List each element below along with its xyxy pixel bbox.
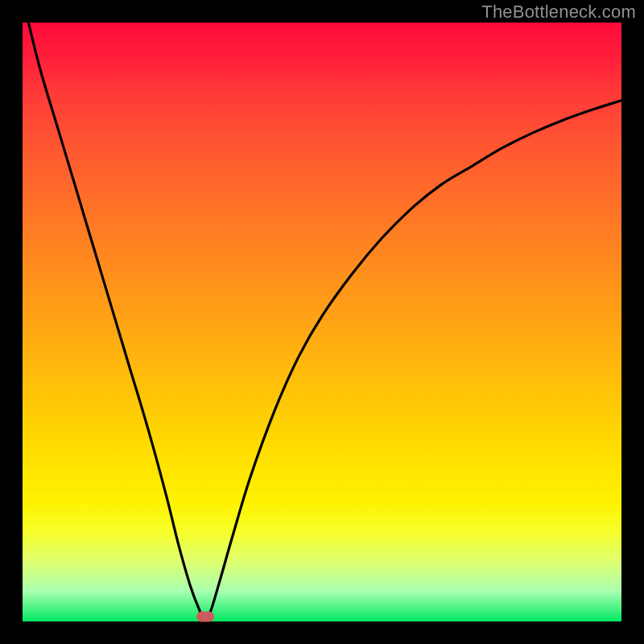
plot-area [23,23,621,621]
bottleneck-curve [28,23,621,621]
curve-layer [23,23,621,621]
optimal-marker [196,612,214,622]
watermark-text: TheBottleneck.com [481,2,636,23]
chart-frame: TheBottleneck.com [0,0,644,644]
